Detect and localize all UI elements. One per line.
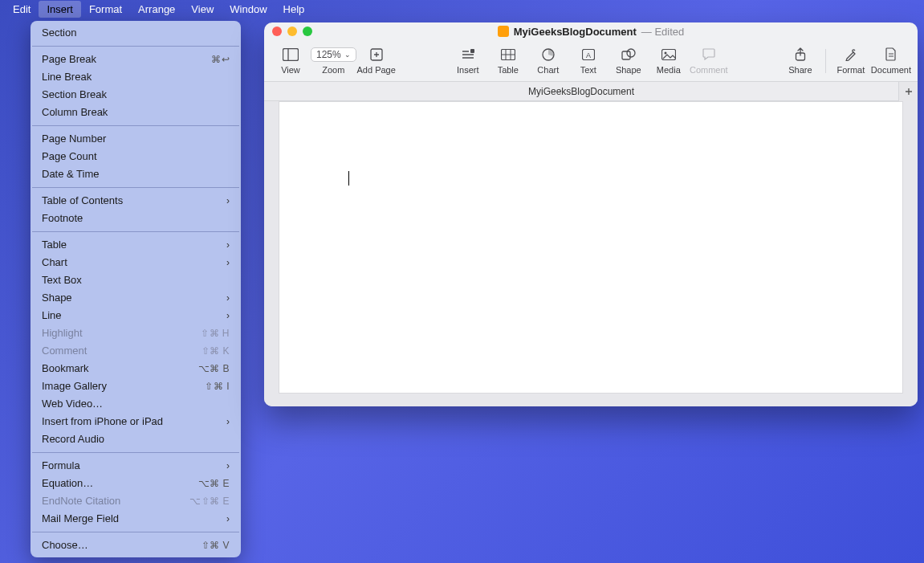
chart-label: Chart (537, 65, 559, 75)
menu-item-chart[interactable]: Chart› (31, 254, 241, 271)
comment-button[interactable]: Comment (689, 47, 729, 75)
menu-item-line[interactable]: Line› (31, 307, 241, 324)
document-area (264, 101, 918, 406)
menu-item-shortcut: ⌘↩ (211, 53, 230, 66)
table-button[interactable]: Table (488, 47, 528, 75)
svg-point-19 (664, 51, 666, 54)
document-title: MyiGeeksBlogDocument (514, 26, 637, 38)
menu-item-table-of-contents[interactable]: Table of Contents› (31, 192, 241, 210)
menu-item-label: Section Break (42, 88, 107, 101)
document-button[interactable]: Document (871, 47, 911, 75)
table-icon (501, 47, 515, 62)
svg-rect-16 (622, 51, 630, 59)
comment-label: Comment (690, 65, 728, 75)
zoom-button[interactable]: 125%⌄ Zoom (311, 47, 356, 75)
text-button[interactable]: A Text (568, 47, 609, 75)
menu-item-page-number[interactable]: Page Number (31, 130, 241, 148)
page[interactable] (279, 101, 903, 394)
menu-item-shortcut: ⌥⇧⌘ E (189, 495, 230, 508)
insert-dropdown: SectionPage Break⌘↩Line BreakSection Bre… (31, 21, 241, 557)
document-tab[interactable]: MyiGeeksBlogDocument (264, 82, 898, 101)
menu-item-equation[interactable]: Equation…⌥⌘ E (31, 475, 241, 492)
menu-item-column-break[interactable]: Column Break (31, 104, 241, 121)
menu-item-label: Section (42, 27, 76, 39)
format-button[interactable]: Format (831, 47, 871, 75)
format-label: Format (836, 65, 865, 75)
insert-label: Insert (457, 65, 479, 75)
menu-view[interactable]: View (183, 1, 222, 18)
shape-label: Shape (616, 65, 641, 75)
menu-item-comment: Comment⇧⌘ K (31, 342, 241, 360)
menu-edit[interactable]: Edit (5, 1, 39, 18)
share-button[interactable]: Share (780, 47, 820, 75)
menu-item-label: Table (42, 239, 67, 251)
menu-item-record-audio[interactable]: Record Audio (31, 430, 241, 448)
insert-button[interactable]: Insert (448, 47, 488, 75)
add-tab-button[interactable] (898, 82, 918, 101)
svg-rect-0 (283, 48, 299, 60)
menu-item-text-box[interactable]: Text Box (31, 271, 241, 289)
menu-insert[interactable]: Insert (39, 1, 81, 18)
menu-item-label: Mail Merge Field (42, 512, 119, 525)
chevron-right-icon: › (226, 256, 230, 269)
menu-window[interactable]: Window (222, 1, 275, 18)
document-status: — Edited (641, 26, 684, 38)
menu-separator (32, 125, 239, 126)
menu-item-section-break[interactable]: Section Break (31, 86, 241, 104)
sidebar-icon (283, 47, 299, 62)
menu-item-label: Column Break (42, 106, 108, 119)
document-page-icon (885, 47, 897, 62)
chart-button[interactable]: Chart (528, 47, 568, 75)
menu-item-bookmark[interactable]: Bookmark⌥⌘ B (31, 360, 241, 377)
menu-separator (32, 452, 239, 453)
menu-item-label: Shape (42, 292, 72, 304)
close-button[interactable] (272, 27, 282, 36)
fullscreen-button[interactable] (303, 27, 312, 36)
pages-window: MyiGeeksBlogDocument — Edited View 125%⌄… (264, 22, 918, 406)
menu-item-section[interactable]: Section (31, 24, 241, 42)
minimize-button[interactable] (287, 27, 297, 36)
add-page-button[interactable]: Add Page (356, 47, 397, 75)
menu-item-web-video[interactable]: Web Video… (31, 395, 241, 413)
menu-item-page-count[interactable]: Page Count (31, 148, 241, 165)
menu-item-label: Footnote (42, 212, 83, 225)
insert-icon (461, 47, 475, 62)
menu-item-shortcut: ⇧⌘ I (205, 380, 230, 393)
shape-button[interactable]: Shape (609, 47, 649, 75)
menu-item-formula[interactable]: Formula› (31, 457, 241, 475)
menu-format[interactable]: Format (81, 1, 130, 18)
menu-item-shortcut: ⇧⌘ K (201, 345, 230, 357)
menu-item-shape[interactable]: Shape› (31, 289, 241, 307)
menu-item-label: Choose… (42, 539, 88, 552)
menu-arrange[interactable]: Arrange (130, 1, 183, 18)
menu-separator (32, 46, 239, 47)
menu-item-line-break[interactable]: Line Break (31, 68, 241, 86)
menu-item-image-gallery[interactable]: Image Gallery⇧⌘ I (31, 377, 241, 395)
chevron-right-icon: › (226, 292, 230, 304)
menu-item-label: Page Count (42, 150, 97, 163)
menu-item-insert-from-iphone-or-ipad[interactable]: Insert from iPhone or iPad› (31, 413, 241, 430)
menu-item-label: Equation… (42, 477, 93, 490)
plus-page-icon (370, 47, 383, 62)
media-button[interactable]: Media (649, 47, 689, 75)
titlebar: MyiGeeksBlogDocument — Edited (264, 22, 918, 40)
menu-item-table[interactable]: Table› (31, 236, 241, 254)
svg-point-17 (627, 49, 635, 57)
chart-icon (542, 47, 555, 62)
menu-item-label: Record Audio (42, 433, 104, 446)
menu-item-endnote-citation: EndNote Citation⌥⇧⌘ E (31, 492, 241, 510)
menu-item-label: Web Video… (42, 398, 103, 410)
chevron-right-icon: › (226, 239, 230, 251)
menu-item-page-break[interactable]: Page Break⌘↩ (31, 51, 241, 68)
menu-item-mail-merge-field[interactable]: Mail Merge Field› (31, 510, 241, 528)
menu-item-label: EndNote Citation (42, 495, 120, 508)
menu-item-label: Line Break (42, 71, 92, 84)
menu-help[interactable]: Help (275, 1, 313, 18)
menu-item-label: Image Gallery (42, 380, 107, 393)
media-icon (661, 47, 676, 62)
shape-icon (621, 47, 636, 62)
view-button[interactable]: View (271, 47, 311, 75)
menu-item-date-time[interactable]: Date & Time (31, 165, 241, 183)
menu-item-choose[interactable]: Choose…⇧⌘ V (31, 536, 241, 554)
menu-item-footnote[interactable]: Footnote (31, 210, 241, 227)
